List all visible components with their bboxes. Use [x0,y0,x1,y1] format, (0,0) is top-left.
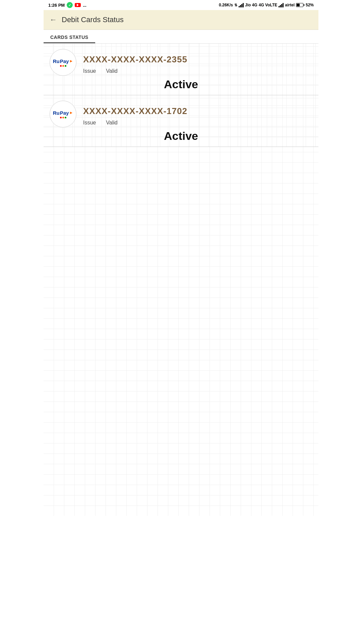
card-info-row-2: Issue Valid [83,118,312,128]
card-number-2: XXXX-XXXX-XXXX-1702 [83,104,312,116]
signal-bars-airtel [279,3,284,7]
header-title: Debit Cards Status [62,15,124,24]
tab-bar: CARDS STATUS [44,30,318,44]
arrows-icon: ⇅ [234,3,237,7]
signal-bars-jio [239,3,244,7]
status-bar-right: 0.26K/s ⇅ Jio 4G 4G VoLTE airtel 52% [219,3,314,7]
cards-list: RuPay► XXXX-XXXX-XXXX-2355 Issue Valid A… [44,44,318,147]
dots-indicator: ... [83,3,86,8]
card-valid-label-1: Valid [106,68,117,74]
app-header: ← Debit Cards Status [44,10,318,30]
operator3-label: airtel [285,3,295,7]
card-issue-label-1: Issue [83,68,96,74]
status-bar: 1:26 PM ✓ ... 0.26K/s ⇅ Jio 4G 4G VoLTE … [44,0,318,10]
card-status-1: Active [164,78,198,91]
rupay-logo-2: RuPay► [53,110,73,118]
card-valid-label-2: Valid [106,120,117,126]
card-status-row-2: Active [50,129,312,143]
card-issue-label-2: Issue [83,120,96,126]
back-button[interactable]: ← [50,15,57,24]
card-item-2[interactable]: RuPay► XXXX-XXXX-XXXX-1702 Issue Valid A… [44,95,318,147]
time-display: 1:26 PM [48,3,65,8]
battery-percent: 52% [306,3,314,7]
rupay-logo-1: RuPay► [53,58,73,67]
card-status-2: Active [164,129,198,142]
empty-area [44,147,318,516]
youtube-icon [75,3,81,7]
operator2-label: 4G VoLTE [259,3,278,7]
network-speed: 0.26K/s [219,3,233,7]
card-status-row-1: Active [50,78,312,91]
status-bar-left: 1:26 PM ✓ ... [48,2,86,8]
card-info-row-1: Issue Valid [83,67,312,76]
card-number-1: XXXX-XXXX-XXXX-2355 [83,52,312,65]
card-logo-circle-1: RuPay► [50,49,76,76]
card-item-1[interactable]: RuPay► XXXX-XXXX-XXXX-2355 Issue Valid A… [44,44,318,95]
operator1-label: Jio 4G [245,3,257,7]
whatsapp-icon: ✓ [67,2,73,8]
card-logo-circle-2: RuPay► [50,101,76,127]
battery-indicator [296,3,304,7]
tab-cards-status[interactable]: CARDS STATUS [44,30,95,43]
